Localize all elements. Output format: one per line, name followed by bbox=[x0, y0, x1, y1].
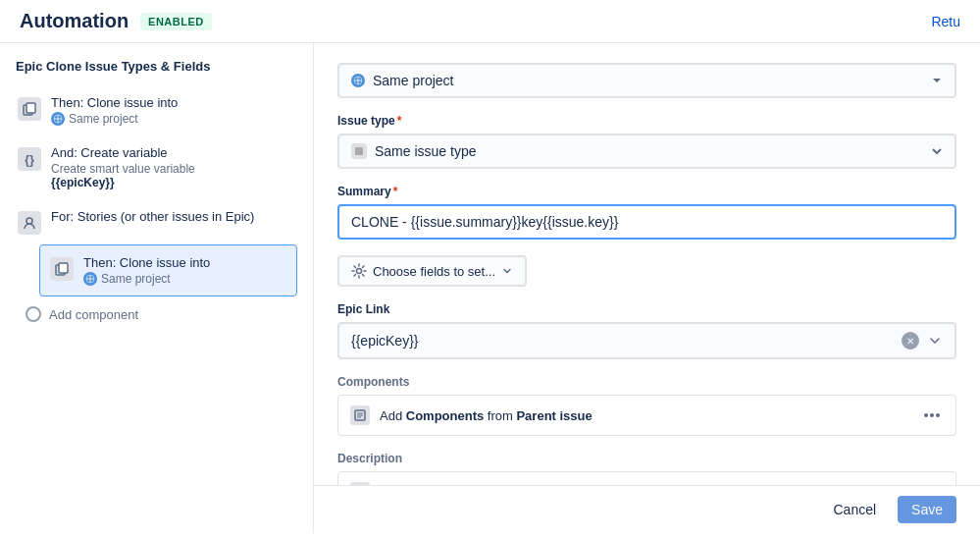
issue-type-label: Issue type * bbox=[337, 114, 956, 128]
clone-icon bbox=[18, 97, 41, 121]
components-label: Components bbox=[337, 375, 956, 389]
header: Automation ENABLED Retu bbox=[0, 0, 980, 43]
project-select-value: Same project bbox=[373, 73, 453, 88]
issue-type-select[interactable]: Same issue type bbox=[337, 134, 956, 169]
summary-form-group: Summary * bbox=[337, 185, 956, 240]
main-layout: Epic Clone Issue Types & Fields Then: Cl… bbox=[0, 43, 980, 533]
add-component-label: Add component bbox=[49, 307, 138, 322]
issue-type-icon bbox=[351, 143, 367, 159]
add-component-row[interactable]: Add component bbox=[8, 296, 305, 332]
issue-type-chevron-icon bbox=[929, 143, 945, 159]
nested-clone-icon bbox=[50, 257, 74, 281]
variable-icon: {} bbox=[18, 147, 41, 171]
epic-link-value: {{epicKey}} bbox=[351, 333, 894, 349]
save-button[interactable]: Save bbox=[898, 496, 956, 523]
summary-required: * bbox=[393, 185, 398, 198]
sidebar-item-create-variable[interactable]: {} And: Create variable Create smart val… bbox=[8, 135, 305, 199]
project-form-group: Same project bbox=[337, 63, 956, 98]
sidebar: Epic Clone Issue Types & Fields Then: Cl… bbox=[0, 43, 314, 533]
svg-point-5 bbox=[26, 218, 32, 224]
globe-icon-nested bbox=[83, 272, 97, 286]
project-chevron-icon bbox=[929, 73, 945, 88]
gear-icon bbox=[351, 263, 367, 279]
epic-link-chevron-icon bbox=[927, 333, 943, 349]
right-panel: Same project Issue type * Same issue typ… bbox=[314, 43, 980, 485]
issue-type-required: * bbox=[397, 114, 402, 128]
components-field-row: Add Components from Parent issue bbox=[337, 395, 956, 436]
issue-type-form-group: Issue type * Same issue type bbox=[337, 114, 956, 169]
epic-link-label: Epic Link bbox=[337, 302, 956, 316]
return-button[interactable]: Retu bbox=[931, 14, 960, 29]
nested-container: Then: Clone issue into Same project bbox=[8, 244, 305, 296]
project-select[interactable]: Same project bbox=[337, 63, 956, 98]
svg-rect-14 bbox=[355, 147, 363, 155]
sidebar-item-for-stories[interactable]: For: Stories (or other issues in Epic) bbox=[8, 199, 305, 244]
epic-link-form-group: Epic Link {{epicKey}} ✕ bbox=[337, 302, 956, 359]
components-action: Add bbox=[380, 408, 406, 423]
components-field-icon bbox=[350, 405, 370, 425]
svg-rect-7 bbox=[59, 263, 68, 273]
components-ellipsis-button[interactable] bbox=[920, 409, 944, 421]
components-source-prefix: from bbox=[484, 408, 516, 423]
create-variable-value: {{epicKey}} bbox=[51, 176, 295, 189]
choose-fields-chevron-icon bbox=[501, 265, 513, 277]
page-title: Automation bbox=[20, 10, 129, 32]
clone-issue-label: Then: Clone issue into bbox=[51, 95, 295, 110]
components-field-text: Add Components from Parent issue bbox=[380, 408, 910, 423]
clone-issue-sublabel: Same project bbox=[51, 112, 295, 126]
epic-link-input-wrapper: {{epicKey}} ✕ bbox=[337, 322, 956, 359]
header-left: Automation ENABLED bbox=[20, 10, 212, 32]
description-field-row: Copy Description from Current issue bbox=[337, 471, 956, 485]
svg-rect-1 bbox=[26, 103, 35, 113]
components-field: Components bbox=[406, 408, 484, 423]
components-source: Parent issue bbox=[516, 408, 592, 423]
description-form-group: Description Copy Description from Curren… bbox=[337, 452, 956, 485]
create-variable-sublabel: Create smart value variable bbox=[51, 162, 295, 176]
components-form-group: Components Add Components from Parent is… bbox=[337, 375, 956, 436]
nested-clone-sublabel: Same project bbox=[83, 272, 286, 286]
sidebar-items: Then: Clone issue into Same project {} A… bbox=[0, 85, 313, 332]
summary-label: Summary * bbox=[337, 185, 956, 198]
for-stories-content: For: Stories (or other issues in Epic) bbox=[51, 209, 295, 224]
choose-fields-label: Choose fields to set... bbox=[373, 264, 495, 279]
cancel-button[interactable]: Cancel bbox=[819, 496, 890, 523]
add-component-circle bbox=[26, 306, 41, 322]
svg-point-15 bbox=[357, 269, 362, 274]
right-panel-wrapper: Same project Issue type * Same issue typ… bbox=[314, 43, 980, 533]
clone-issue-content: Then: Clone issue into Same project bbox=[51, 95, 295, 126]
summary-input[interactable] bbox=[337, 204, 956, 240]
footer: Cancel Save bbox=[314, 485, 980, 533]
nested-clone-label: Then: Clone issue into bbox=[83, 255, 286, 270]
nested-clone-content: Then: Clone issue into Same project bbox=[83, 255, 286, 286]
enabled-badge: ENABLED bbox=[140, 13, 212, 30]
create-variable-content: And: Create variable Create smart value … bbox=[51, 145, 295, 189]
for-icon bbox=[18, 211, 41, 235]
globe-icon-1 bbox=[51, 112, 65, 126]
sidebar-title: Epic Clone Issue Types & Fields bbox=[0, 59, 313, 85]
globe-icon-project bbox=[351, 74, 365, 87]
epic-link-clear-button[interactable]: ✕ bbox=[902, 332, 919, 350]
for-stories-label: For: Stories (or other issues in Epic) bbox=[51, 209, 295, 224]
issue-type-value: Same issue type bbox=[375, 143, 477, 159]
description-label: Description bbox=[337, 452, 956, 465]
sidebar-item-nested-clone[interactable]: Then: Clone issue into Same project bbox=[39, 244, 297, 296]
create-variable-label: And: Create variable bbox=[51, 145, 295, 160]
sidebar-item-clone-issue[interactable]: Then: Clone issue into Same project bbox=[8, 85, 305, 135]
choose-fields-button[interactable]: Choose fields to set... bbox=[337, 255, 527, 287]
